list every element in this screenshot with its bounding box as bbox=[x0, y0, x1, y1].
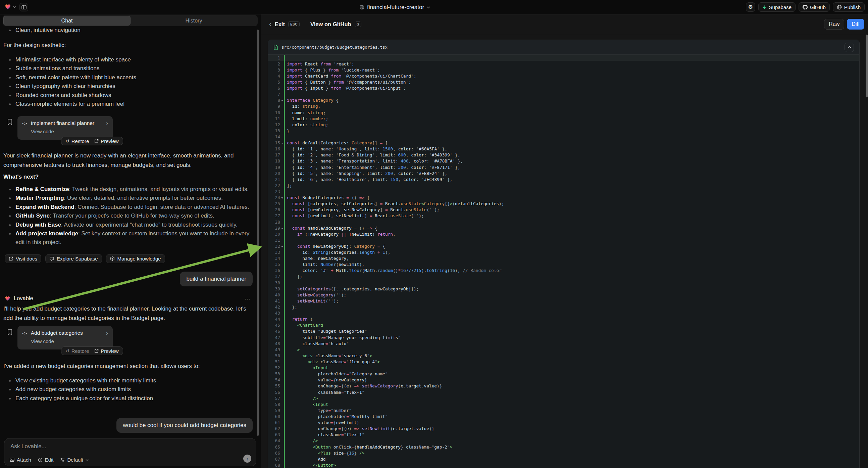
assistant-header: Lovable bbox=[5, 295, 33, 301]
code-line: 12 color: string; bbox=[268, 121, 859, 127]
code-line: 59 type="number" bbox=[268, 407, 859, 413]
diff-toggle-button[interactable]: Diff bbox=[847, 19, 864, 30]
line-number: 54 bbox=[268, 377, 284, 382]
line-number: 1 bbox=[268, 55, 284, 60]
settings-button[interactable]: ⚙ bbox=[746, 2, 755, 12]
send-button[interactable]: ↑ bbox=[243, 455, 251, 463]
view-code-link[interactable]: View code bbox=[18, 126, 113, 134]
code-line: 26 const [newCategory, setNewCategory] =… bbox=[268, 207, 859, 213]
list-item: Add new budget categories with custom li… bbox=[3, 385, 254, 394]
supabase-bolt-icon bbox=[762, 5, 767, 10]
code-line: 31 bbox=[268, 237, 859, 243]
code-line: 1 bbox=[268, 55, 859, 61]
prompt-composer[interactable]: Ask Lovable... Attach Edit bbox=[4, 438, 256, 466]
code-line: 60 placeholder="Monthly limit" bbox=[268, 413, 859, 419]
code-line: 30 if (!newCategory || !newLimit) return… bbox=[268, 231, 859, 237]
scrolled-bullet-list: Clean, intuitive navigation bbox=[3, 26, 254, 35]
mode-selector[interactable]: Default bbox=[60, 457, 89, 463]
code-line: 48 className="h-auto" bbox=[268, 341, 859, 347]
line-number: 2 bbox=[268, 61, 284, 66]
code-line: 4import ChartCard from '@/components/ui/… bbox=[268, 73, 859, 79]
preview-button[interactable]: Preview bbox=[94, 138, 118, 144]
chat-panel: Chat History Clean, intuitive navigation… bbox=[0, 14, 260, 468]
tab-chat[interactable]: Chat bbox=[3, 16, 130, 26]
restore-icon: ↺ bbox=[65, 349, 69, 353]
edit-label: Edit bbox=[45, 457, 54, 463]
code-line: 6import { Input } from '@/components/ui/… bbox=[268, 85, 859, 91]
tab-history[interactable]: History bbox=[130, 16, 257, 26]
view-on-github-button[interactable]: View on GitHub G bbox=[310, 21, 361, 28]
code-line: 32 const newCategoryObj: Category = { bbox=[268, 243, 859, 249]
message-overflow-menu[interactable]: ··· bbox=[245, 296, 251, 301]
code-line: 46 title="Budget Categories" bbox=[268, 328, 859, 334]
list-item: Clean typography with clear hierarchies bbox=[3, 82, 254, 91]
send-arrow-icon: ↑ bbox=[246, 456, 249, 461]
code-line: 56 className="flex-1" bbox=[268, 389, 859, 395]
code-line: 51 <div className="flex gap-4"> bbox=[268, 358, 859, 364]
fold-caret-icon[interactable] bbox=[281, 228, 283, 229]
fold-caret-icon[interactable] bbox=[281, 246, 283, 247]
code-line: 57 /> bbox=[268, 395, 859, 401]
fold-caret-icon[interactable] bbox=[281, 197, 283, 199]
list-item: Master Prompting: Use clear, detailed, a… bbox=[3, 194, 254, 202]
restore-button[interactable]: ↺ Restore bbox=[65, 138, 89, 144]
publish-button[interactable]: Publish bbox=[833, 2, 865, 12]
explore-supabase-button[interactable]: Explore Supabase bbox=[45, 254, 102, 263]
code-line: 33 id: String(categories.length + 1), bbox=[268, 250, 859, 256]
logo-chevron-down-icon[interactable] bbox=[13, 6, 16, 8]
code-line: 20 { id: '5', name: 'Shopping', limit: 2… bbox=[268, 170, 859, 176]
project-menu[interactable]: financial-future-creator bbox=[359, 0, 430, 14]
view-code-link[interactable]: View code bbox=[18, 336, 113, 344]
code-line: 54 value={newCategory} bbox=[268, 377, 859, 383]
edit-button[interactable]: Edit bbox=[38, 457, 54, 463]
target-icon bbox=[38, 458, 42, 462]
github-button[interactable]: GitHub bbox=[799, 2, 830, 12]
list-item: Rounded corners and subtle shadows bbox=[3, 91, 254, 100]
chat-scrollbar-thumb[interactable] bbox=[257, 30, 259, 436]
version-card-title: Add budget categories bbox=[31, 330, 106, 336]
line-number: 63 bbox=[268, 432, 284, 437]
version-card-add-budget-categories[interactable]: <> Add budget categories › View code bbox=[18, 326, 113, 350]
toggle-sidebar-button[interactable] bbox=[20, 3, 28, 11]
view-on-github-label: View on GitHub bbox=[310, 21, 351, 28]
manage-knowledge-button[interactable]: Manage knowledge bbox=[106, 254, 165, 263]
fold-caret-icon[interactable] bbox=[281, 143, 283, 144]
raw-toggle-button[interactable]: Raw bbox=[824, 19, 844, 30]
file-header[interactable]: src/components/budget/BudgetCategories.t… bbox=[268, 40, 859, 55]
code-line: 42 }; bbox=[268, 304, 859, 310]
file-diff-card: src/components/budget/BudgetCategories.t… bbox=[268, 39, 860, 468]
version-actions: ↺ Restore Preview bbox=[61, 347, 123, 355]
quick-actions-row: Visit docs Explore Supabase Manage knowl… bbox=[5, 254, 165, 263]
collapse-file-button[interactable] bbox=[844, 42, 854, 52]
bookmark-icon[interactable] bbox=[7, 329, 12, 335]
top-bar: financial-future-creator ⚙ Supabase GitH… bbox=[0, 0, 868, 14]
version-card-implement-financial-planner[interactable]: <> Implement financial planner › View co… bbox=[18, 116, 113, 140]
restore-label: Restore bbox=[71, 348, 89, 354]
sidebar-panel-icon bbox=[22, 5, 27, 9]
code-line: 8interface Category { bbox=[268, 97, 859, 104]
supabase-button[interactable]: Supabase bbox=[758, 2, 796, 12]
bookmark-icon[interactable] bbox=[7, 119, 12, 125]
line-number: 43 bbox=[268, 311, 284, 316]
composer-placeholder[interactable]: Ask Lovable... bbox=[10, 443, 46, 450]
added-bullet-list: View existing budget categories with the… bbox=[3, 376, 254, 403]
back-chevron-icon: ‹ bbox=[269, 21, 272, 27]
fold-caret-icon[interactable] bbox=[281, 100, 283, 101]
visit-docs-button[interactable]: Visit docs bbox=[5, 254, 41, 263]
line-number: 45 bbox=[268, 323, 284, 328]
design-intro: For the design aesthetic: bbox=[3, 40, 253, 50]
restore-icon: ↺ bbox=[65, 139, 69, 143]
line-number: 68 bbox=[268, 463, 284, 468]
code-scrollbar-thumb[interactable] bbox=[866, 35, 868, 97]
preview-button[interactable]: Preview bbox=[94, 348, 118, 354]
lovable-logo-icon[interactable] bbox=[5, 4, 11, 10]
list-item: Add project knowledge: Set key context o… bbox=[3, 229, 254, 247]
line-number: 22 bbox=[268, 183, 284, 188]
line-number: 58 bbox=[268, 402, 284, 407]
lovable-heart-icon bbox=[5, 296, 10, 301]
attach-button[interactable]: Attach bbox=[10, 457, 31, 463]
exit-button[interactable]: Exit bbox=[275, 21, 285, 28]
restore-button[interactable]: ↺ Restore bbox=[65, 348, 89, 354]
line-number: 40 bbox=[268, 292, 284, 297]
code-editor[interactable]: 12import React from 'react';3import { Pl… bbox=[268, 55, 859, 468]
